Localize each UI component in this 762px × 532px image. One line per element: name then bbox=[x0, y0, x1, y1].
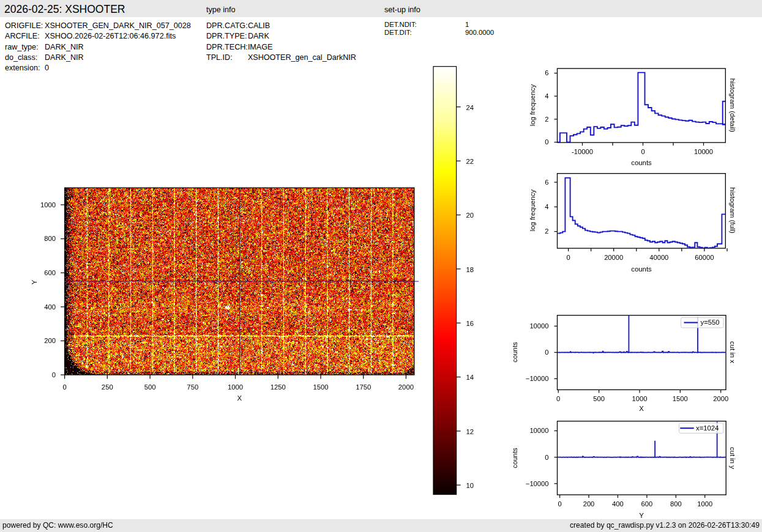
svg-text:1000: 1000 bbox=[632, 395, 648, 402]
svg-text:2: 2 bbox=[545, 227, 548, 235]
svg-text:0: 0 bbox=[62, 383, 66, 391]
svg-text:20000: 20000 bbox=[604, 254, 623, 261]
svg-text:14: 14 bbox=[466, 374, 474, 381]
svg-text:Y: Y bbox=[639, 512, 644, 519]
svg-text:1500: 1500 bbox=[673, 395, 688, 402]
svg-text:1750: 1750 bbox=[356, 383, 371, 391]
svg-text:16: 16 bbox=[466, 320, 474, 327]
svg-text:1500: 1500 bbox=[313, 383, 328, 391]
svg-text:0: 0 bbox=[566, 254, 570, 261]
svg-text:−10000: −10000 bbox=[526, 480, 549, 487]
svg-text:750: 750 bbox=[187, 383, 198, 391]
svg-text:500: 500 bbox=[593, 395, 605, 402]
svg-text:10000: 10000 bbox=[694, 148, 713, 155]
svg-text:250: 250 bbox=[102, 383, 113, 391]
svg-text:0: 0 bbox=[556, 395, 560, 402]
svg-text:counts: counts bbox=[511, 342, 518, 363]
svg-text:2000: 2000 bbox=[398, 383, 414, 391]
svg-text:800: 800 bbox=[670, 500, 682, 508]
svg-text:histogram (full): histogram (full) bbox=[729, 187, 736, 234]
svg-text:0: 0 bbox=[545, 138, 548, 146]
svg-text:2000: 2000 bbox=[713, 395, 728, 402]
svg-text:1250: 1250 bbox=[271, 383, 286, 391]
svg-text:60000: 60000 bbox=[695, 254, 714, 261]
svg-text:4: 4 bbox=[545, 92, 548, 100]
svg-text:22: 22 bbox=[466, 158, 474, 165]
svg-text:0: 0 bbox=[641, 148, 644, 155]
svg-text:18: 18 bbox=[466, 266, 474, 273]
svg-text:0: 0 bbox=[545, 349, 548, 356]
svg-text:y=550: y=550 bbox=[701, 319, 720, 326]
svg-text:200: 200 bbox=[44, 337, 56, 344]
svg-text:10000: 10000 bbox=[529, 427, 548, 434]
svg-text:0: 0 bbox=[52, 371, 56, 379]
svg-text:1000: 1000 bbox=[228, 383, 243, 391]
svg-text:6: 6 bbox=[545, 69, 548, 76]
svg-text:histogram (detail): histogram (detail) bbox=[729, 78, 736, 132]
svg-text:12: 12 bbox=[466, 428, 474, 435]
svg-text:1000: 1000 bbox=[40, 201, 56, 209]
svg-text:cut in x: cut in x bbox=[729, 341, 736, 363]
svg-text:200: 200 bbox=[583, 500, 595, 508]
svg-text:X: X bbox=[639, 405, 644, 412]
svg-text:10000: 10000 bbox=[529, 322, 548, 330]
svg-text:X: X bbox=[237, 394, 242, 402]
svg-text:4: 4 bbox=[545, 203, 548, 210]
svg-text:counts: counts bbox=[511, 448, 518, 468]
svg-text:600: 600 bbox=[641, 500, 653, 508]
svg-text:6: 6 bbox=[545, 179, 548, 186]
svg-text:x=1024: x=1024 bbox=[696, 424, 719, 432]
svg-text:1000: 1000 bbox=[697, 500, 712, 508]
svg-text:400: 400 bbox=[612, 500, 624, 508]
svg-text:log frequency: log frequency bbox=[529, 190, 536, 232]
svg-text:40000: 40000 bbox=[649, 254, 668, 261]
svg-text:counts: counts bbox=[631, 159, 652, 166]
svg-text:800: 800 bbox=[44, 235, 56, 242]
svg-text:0: 0 bbox=[558, 500, 561, 508]
svg-text:−10000: −10000 bbox=[526, 375, 549, 382]
svg-text:0: 0 bbox=[545, 454, 548, 461]
svg-text:Y: Y bbox=[31, 279, 38, 284]
svg-text:20: 20 bbox=[466, 212, 474, 219]
svg-text:2: 2 bbox=[545, 116, 548, 123]
svg-text:log frequency: log frequency bbox=[529, 84, 536, 127]
svg-text:400: 400 bbox=[44, 303, 56, 311]
svg-text:10: 10 bbox=[466, 482, 474, 489]
svg-text:500: 500 bbox=[144, 383, 156, 391]
svg-text:24: 24 bbox=[466, 104, 474, 111]
svg-text:counts: counts bbox=[631, 265, 652, 273]
svg-text:cut in y: cut in y bbox=[729, 447, 736, 469]
svg-text:600: 600 bbox=[44, 269, 56, 276]
svg-text:-10000: -10000 bbox=[572, 148, 593, 155]
